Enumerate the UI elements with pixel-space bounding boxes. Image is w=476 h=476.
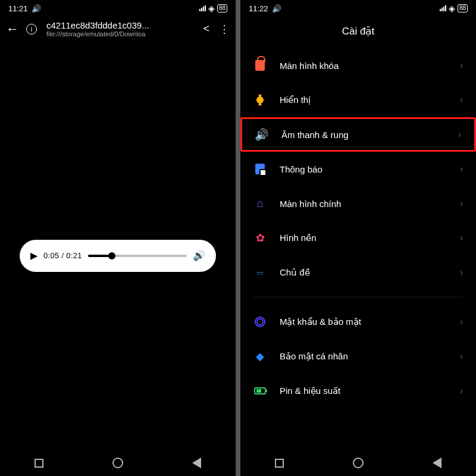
status-bar: 11:22 🔊 ◈ 88	[240, 0, 476, 17]
settings-row-theme[interactable]: ⎓Chủ đề›	[240, 255, 476, 290]
volume-icon[interactable]: 🔊	[193, 249, 205, 262]
battery-indicator: 88	[458, 4, 468, 12]
settings-label: Hình nền	[280, 233, 447, 243]
sound-status-icon: 🔊	[272, 4, 281, 13]
sun-icon	[253, 93, 267, 107]
battery-indicator: 88	[217, 4, 227, 12]
status-bar: 11:21 🔊 ◈ 88	[0, 0, 236, 17]
share-icon[interactable]: <	[203, 23, 209, 35]
audio-seekbar[interactable]	[88, 255, 187, 257]
wifi-icon: ◈	[449, 4, 455, 13]
settings-row-sound[interactable]: 🔊Âm thanh & rung›	[240, 117, 476, 152]
chevron-right-icon: ›	[458, 129, 461, 140]
settings-label: Thông báo	[280, 164, 447, 174]
chevron-right-icon: ›	[460, 164, 463, 174]
settings-label: Màn hình chính	[280, 199, 447, 209]
settings-row-home[interactable]: ⌂Màn hình chính›	[240, 186, 476, 221]
settings-label: Màn hình khóa	[280, 61, 447, 71]
player-area: ▶ 0:05 / 0:21 🔊	[0, 41, 236, 452]
settings-label: Pin & hiệu suất	[280, 386, 447, 396]
more-icon[interactable]: ⋮	[219, 23, 230, 36]
shield-icon: ◆	[253, 350, 267, 363]
battery-icon	[253, 384, 267, 397]
settings-row-security[interactable]: Mật khẩu & bảo mật›	[240, 305, 476, 339]
nav-home[interactable]	[353, 458, 364, 468]
status-time: 11:21	[8, 4, 28, 13]
home-icon: ⌂	[253, 197, 267, 210]
sound-icon: 🔊	[255, 128, 268, 141]
section-divider	[253, 297, 463, 298]
settings-row-sun[interactable]: Hiển thị›	[240, 83, 476, 117]
chevron-right-icon: ›	[460, 351, 463, 362]
chevron-right-icon: ›	[460, 267, 463, 278]
settings-label: Bảo mật cá nhân	[280, 351, 447, 362]
nav-recents[interactable]	[35, 459, 43, 468]
browser-header: ← i c4211ec8d3fddde1c039... file:///stor…	[0, 17, 236, 41]
page-url: file:///storage/emulated/0/Downloa	[46, 30, 196, 37]
settings-row-lock[interactable]: Màn hình khóa›	[240, 48, 476, 83]
navigation-bar	[240, 452, 476, 476]
site-info-icon[interactable]: i	[26, 24, 37, 35]
settings-list-2: Mật khẩu & bảo mật›◆Bảo mật cá nhân›Pin …	[240, 305, 476, 408]
chevron-right-icon: ›	[460, 386, 463, 396]
back-button[interactable]: ←	[6, 21, 19, 37]
settings-row-wall[interactable]: ✿Hình nền›	[240, 221, 476, 255]
chevron-right-icon: ›	[460, 60, 463, 71]
audio-player: ▶ 0:05 / 0:21 🔊	[20, 240, 216, 272]
nav-home[interactable]	[112, 458, 123, 468]
chevron-right-icon: ›	[460, 95, 463, 105]
notification-icon	[253, 162, 267, 176]
nav-recents[interactable]	[275, 459, 284, 468]
wifi-icon: ◈	[208, 4, 215, 13]
settings-label: Mật khẩu & bảo mật	[280, 317, 447, 327]
settings-row-privacy[interactable]: ◆Bảo mật cá nhân›	[240, 339, 476, 374]
wallpaper-icon: ✿	[253, 231, 267, 245]
settings-label: Chủ đề	[280, 267, 447, 278]
theme-icon: ⎓	[253, 266, 267, 279]
nav-back[interactable]	[192, 458, 201, 468]
signal-icon	[440, 5, 446, 11]
sound-status-icon: 🔊	[32, 4, 41, 13]
page-title: c4211ec8d3fddde1c039...	[46, 20, 196, 30]
navigation-bar	[0, 452, 236, 476]
settings-list: Màn hình khóa›Hiển thị›🔊Âm thanh & rung›…	[240, 48, 476, 290]
phone-left: 11:21 🔊 ◈ 88 ← i c4211ec8d3fddde1c039...…	[0, 0, 236, 476]
signal-icon	[199, 5, 206, 11]
settings-title: Cài đặt	[240, 17, 476, 48]
audio-time: 0:05 / 0:21	[43, 251, 82, 260]
fingerprint-icon	[253, 315, 267, 328]
settings-row-battery[interactable]: Pin & hiệu suất›	[240, 374, 476, 408]
nav-back[interactable]	[433, 458, 441, 468]
lock-icon	[253, 59, 267, 72]
seek-thumb[interactable]	[108, 252, 115, 259]
status-time: 11:22	[249, 4, 268, 13]
phone-right: 11:22 🔊 ◈ 88 Cài đặt Màn hình khóa›Hiển …	[240, 0, 476, 476]
play-button[interactable]: ▶	[30, 250, 37, 261]
settings-label: Hiển thị	[280, 95, 447, 105]
chevron-right-icon: ›	[460, 198, 463, 209]
settings-row-notif[interactable]: Thông báo›	[240, 152, 476, 186]
chevron-right-icon: ›	[460, 317, 463, 327]
url-bar[interactable]: c4211ec8d3fddde1c039... file:///storage/…	[46, 20, 196, 37]
settings-label: Âm thanh & rung	[281, 130, 445, 140]
chevron-right-icon: ›	[460, 233, 463, 243]
